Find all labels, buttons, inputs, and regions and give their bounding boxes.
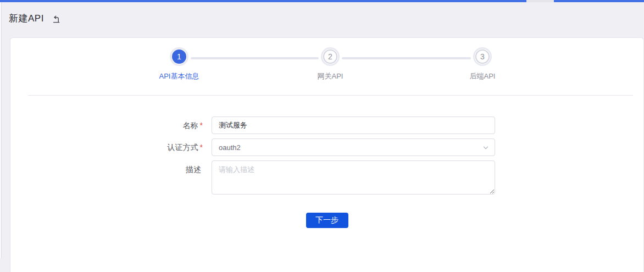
step-3: 3 后端API	[444, 47, 521, 81]
auth-type-label-text: 认证方式	[168, 143, 198, 152]
left-panel-edge	[0, 2, 2, 258]
step-3-label: 后端API	[470, 72, 496, 81]
next-step-button[interactable]: 下一步	[306, 213, 348, 228]
step-1: 1 API基本信息	[141, 47, 218, 81]
back-arrow-icon[interactable]	[52, 15, 60, 23]
step-3-circle[interactable]: 3	[473, 47, 492, 66]
step-1-number: 1	[172, 49, 186, 64]
stepper: 1 API基本信息 2 网关API 3 后端API	[10, 47, 643, 90]
required-marker: *	[200, 121, 203, 130]
step-2-circle[interactable]: 2	[321, 47, 340, 66]
description-label: 描述	[10, 160, 212, 197]
api-basic-info-form: 名称* 认证方式* oauth2 描述	[10, 116, 643, 228]
description-label-text: 描述	[186, 165, 201, 174]
form-actions: 下一步	[10, 213, 643, 228]
step-1-label: API基本信息	[159, 72, 199, 81]
auth-type-select[interactable]: oauth2	[212, 138, 495, 156]
auth-type-selected-value: oauth2	[219, 143, 241, 152]
name-input[interactable]	[212, 116, 495, 134]
page-header: 新建API	[0, 2, 644, 34]
page-title: 新建API	[9, 12, 44, 25]
step-2: 2 网关API	[292, 47, 369, 81]
step-2-label: 网关API	[318, 72, 343, 81]
chevron-down-icon	[482, 145, 489, 151]
name-label-text: 名称	[183, 121, 198, 130]
name-label: 名称*	[10, 116, 212, 134]
step-3-number: 3	[475, 49, 490, 64]
form-row-name: 名称*	[10, 116, 643, 134]
step-1-circle[interactable]: 1	[170, 47, 188, 66]
stepper-divider	[28, 95, 633, 96]
auth-type-label: 认证方式*	[10, 138, 212, 156]
required-marker: *	[200, 143, 203, 152]
form-row-description: 描述	[10, 160, 643, 197]
step-2-number: 2	[323, 49, 337, 64]
content-card: 1 API基本信息 2 网关API 3 后端API 名称* 认证方式*	[10, 37, 644, 272]
form-row-auth-type: 认证方式* oauth2	[10, 138, 643, 156]
description-textarea[interactable]	[212, 160, 495, 195]
